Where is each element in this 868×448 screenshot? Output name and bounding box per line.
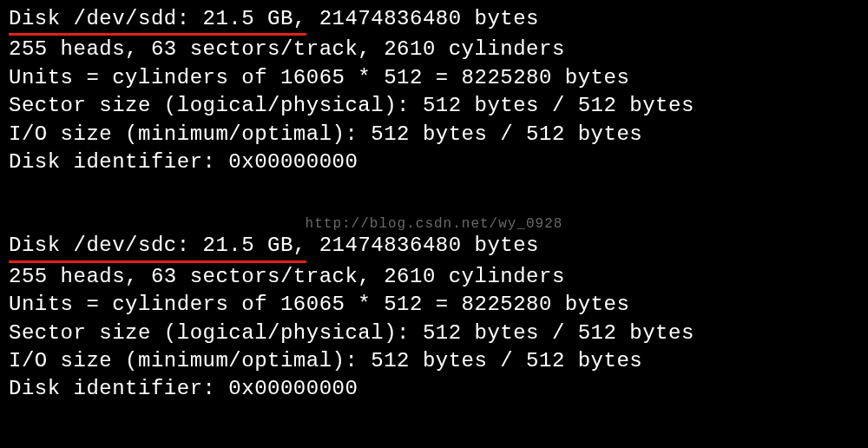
disk2-header: Disk /dev/sdc: 21.5 GB, 21474836480 byte… (9, 232, 859, 262)
disk1-header: Disk /dev/sdd: 21.5 GB, 21474836480 byte… (9, 5, 859, 36)
disk1-identifier: Disk identifier: 0x00000000 (9, 148, 859, 176)
disk1-header-rest: 21474836480 bytes (306, 7, 539, 30)
watermark-text: http://blog.csdn.net/wy_0928 (306, 215, 563, 234)
disk2-header-highlight: Disk /dev/sdc: 21.5 GB, (9, 232, 306, 262)
disk2-identifier: Disk identifier: 0x00000000 (9, 375, 859, 403)
disk2-geometry: 255 heads, 63 sectors/track, 2610 cylind… (9, 263, 859, 291)
disk2-sector-size: Sector size (logical/physical): 512 byte… (9, 320, 859, 347)
disk2-header-rest: 21474836480 bytes (306, 234, 539, 257)
disk1-geometry: 255 heads, 63 sectors/track, 2610 cylind… (9, 36, 859, 63)
disk1-io-size: I/O size (minimum/optimal): 512 bytes / … (9, 121, 859, 148)
disk1-sector-size: Sector size (logical/physical): 512 byte… (9, 92, 859, 120)
disk1-units: Units = cylinders of 16065 * 512 = 82252… (9, 64, 859, 92)
disk2-io-size: I/O size (minimum/optimal): 512 bytes / … (9, 347, 859, 375)
terminal-output: Disk /dev/sdd: 21.5 GB, 21474836480 byte… (9, 5, 859, 404)
disk1-header-highlight: Disk /dev/sdd: 21.5 GB, (9, 5, 306, 36)
disk2-units: Units = cylinders of 16065 * 512 = 82252… (9, 291, 859, 319)
blank-separator-1 (9, 176, 859, 204)
